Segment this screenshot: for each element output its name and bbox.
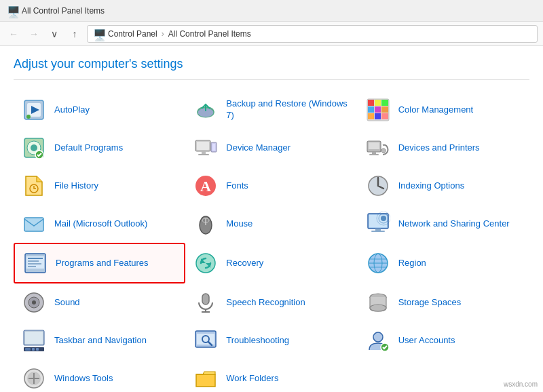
svg-rect-41 [371,231,385,232]
svg-rect-34 [24,218,43,231]
work-folders-label: Work Folders [226,373,278,385]
back-button[interactable]: ← [5,26,22,42]
item-sound[interactable]: Sound [14,283,185,321]
item-autoplay[interactable]: AutoPlay [14,91,185,129]
backup-label: Backup and Restore (Windows 7) [226,98,350,121]
item-taskbar[interactable]: Taskbar and Navigation [14,321,185,359]
fonts-label: Fonts [226,180,248,192]
items-grid: AutoPlayBackup and Restore (Windows 7)Co… [14,91,529,392]
item-mail[interactable]: Mail (Microsoft Outlook) [14,205,185,243]
mail-icon [20,210,48,237]
speech-icon [192,289,219,316]
storage-icon [364,289,392,316]
item-work-folders[interactable]: Work Folders [185,359,357,392]
troubleshoot-label: Troubleshooting [226,335,289,347]
svg-point-61 [32,300,36,305]
recent-button[interactable]: ∨ [46,26,62,42]
item-devices[interactable]: Devices and Printers [358,129,529,167]
page-title: Adjust your computer's settings [14,57,529,80]
item-user[interactable]: User Accounts [358,321,529,359]
item-backup[interactable]: Backup and Restore (Windows 7) [185,91,357,129]
autoplay-label: AutoPlay [54,104,90,116]
taskbar-icon [20,327,48,354]
svg-rect-20 [197,142,209,150]
item-color[interactable]: Color Management [358,91,529,129]
color-label: Color Management [398,104,474,116]
filehistory-label: File History [54,180,98,192]
item-recovery[interactable]: Recovery [185,243,357,283]
svg-rect-49 [28,263,41,264]
speech-label: Speech Recognition [226,297,305,309]
color-icon [364,96,392,123]
svg-point-29 [381,149,386,153]
mail-label: Mail (Microsoft Outlook) [54,218,147,230]
address-bar-icon: 🖥️ [93,28,104,39]
mouse-label: Mouse [226,218,252,230]
taskbar-label: Taskbar and Navigation [54,335,147,347]
item-filehistory[interactable]: File History [14,167,185,205]
svg-rect-40 [375,229,381,231]
forward-button[interactable]: → [26,26,42,42]
svg-text:A: A [200,178,211,195]
backup-icon [192,96,219,123]
windows-tools-label: Windows Tools [54,373,113,385]
svg-rect-72 [36,348,39,351]
svg-point-3 [26,115,31,119]
svg-point-77 [373,332,383,342]
item-region[interactable]: Region [358,243,529,283]
autoplay-icon [20,96,48,123]
svg-rect-8 [381,100,388,106]
svg-rect-62 [202,294,209,305]
watermark: wsxdn.com [504,380,538,388]
svg-rect-28 [369,154,379,155]
work-folders-icon [192,365,219,392]
windows-tools-icon [20,365,48,392]
item-windows-tools[interactable]: Windows Tools [14,359,185,392]
svg-rect-71 [32,348,35,351]
troubleshoot-icon [192,327,219,354]
item-speech[interactable]: Speech Recognition [185,283,357,321]
item-mouse[interactable]: Mouse [185,205,357,243]
item-fonts[interactable]: AFonts [185,167,357,205]
svg-rect-11 [381,106,388,113]
network-icon [364,210,392,237]
default-label: Default Programs [54,142,123,154]
default-icon [20,134,48,161]
svg-rect-21 [202,151,206,154]
up-button[interactable]: ↑ [67,26,83,42]
svg-rect-9 [368,106,374,113]
indexing-icon [364,172,392,199]
svg-rect-22 [198,154,209,155]
region-label: Region [398,258,426,269]
recovery-label: Recovery [226,258,263,269]
svg-rect-27 [372,152,376,154]
toolbar: ← → ∨ ↑ 🖥️ Control Panel › All Control P… [0,22,543,46]
item-indexing[interactable]: Indexing Options [358,167,529,205]
network-label: Network and Sharing Center [398,218,510,230]
main-content: Adjust your computer's settings AutoPlay… [0,46,543,392]
title-bar-icon: 🖥️ [7,5,18,16]
svg-rect-50 [28,266,36,267]
devices-label: Devices and Printers [398,142,480,154]
svg-rect-48 [28,260,39,262]
address-bar[interactable]: 🖥️ Control Panel › All Control Panel Ite… [87,25,538,43]
devices-icon [364,134,392,161]
title-bar: 🖥️ All Control Panel Items [0,0,543,22]
mouse-icon [192,210,219,237]
item-network[interactable]: Network and Sharing Center [358,205,529,243]
filehistory-icon [20,172,48,199]
svg-rect-68 [25,332,43,344]
item-troubleshoot[interactable]: Troubleshooting [185,321,357,359]
user-label: User Accounts [398,335,455,347]
storage-label: Storage Spaces [398,297,462,309]
svg-rect-14 [381,113,388,119]
item-default[interactable]: Default Programs [14,129,185,167]
item-programs[interactable]: Programs and Features [14,243,185,283]
item-device-mgr[interactable]: Device Manager [185,129,357,167]
svg-rect-7 [375,100,381,106]
svg-rect-26 [369,142,379,149]
item-storage[interactable]: Storage Spaces [358,283,529,321]
indexing-label: Indexing Options [398,180,465,192]
svg-rect-70 [25,348,31,351]
address-part-2: All Control Panel Items [168,29,251,39]
